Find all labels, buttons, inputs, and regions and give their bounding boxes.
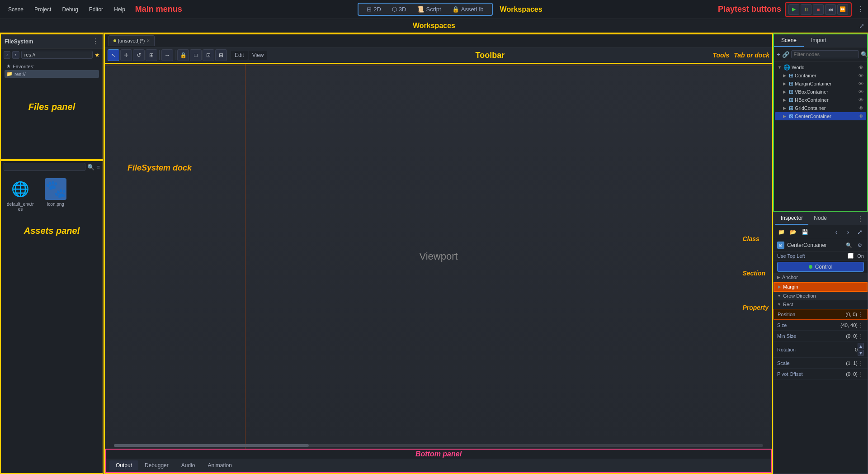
tab-2d[interactable]: ⊞ 2D (362, 5, 386, 14)
hbox-eye-icon[interactable]: 👁 (859, 97, 863, 103)
scene-tab-close[interactable]: × (146, 38, 150, 44)
tool-snap2[interactable]: ⊟ (215, 49, 227, 61)
section-grow-direction[interactable]: ▼ Grow Direction (774, 292, 868, 300)
grid-eye-icon[interactable]: 👁 (859, 105, 863, 111)
insp-open-file[interactable]: 📁 (776, 227, 786, 237)
use-top-left-checkbox[interactable] (848, 253, 854, 259)
pause-button[interactable]: ⏸ (801, 4, 811, 15)
nav-forward-button[interactable]: › (12, 51, 19, 59)
tab-inspector[interactable]: Inspector (775, 212, 808, 225)
min-size-value[interactable]: (0, 0) (817, 333, 858, 339)
tree-node-margincontainer[interactable]: ▶ ⊞ MarginContainer 👁 (775, 80, 866, 88)
edit-menu-button[interactable]: Edit (231, 51, 248, 60)
favorite-button[interactable]: ★ (94, 52, 100, 58)
tree-node-world[interactable]: ▼ 🌐 World 👁 (775, 63, 866, 71)
viewport-scrollbar[interactable] (114, 444, 763, 447)
rotation-value[interactable]: 0 (817, 347, 858, 352)
menu-project[interactable]: Project (30, 5, 56, 14)
tab-script[interactable]: 📜 Script (412, 5, 445, 14)
insp-nav-up[interactable]: ⤢ (855, 227, 865, 237)
tool-scale[interactable]: ⊞ (146, 49, 157, 61)
view-menu-button[interactable]: View (249, 51, 268, 60)
tab-output[interactable]: Output (109, 460, 138, 470)
tab-import[interactable]: Import (804, 34, 834, 47)
section-anchor[interactable]: ▶ Anchor (774, 273, 868, 282)
rotation-up-button[interactable]: ▲ (858, 343, 864, 349)
tool-group[interactable]: □ (190, 49, 202, 61)
position-menu[interactable]: ⋮ (857, 311, 863, 318)
min-size-label: Min Size (777, 333, 817, 339)
container-eye-icon[interactable]: 👁 (859, 73, 863, 78)
scale-value[interactable]: (1, 1) (817, 360, 858, 366)
position-value[interactable]: (0, 0) (817, 312, 857, 317)
tree-node-hboxcontainer[interactable]: ▶ ⊞ HBoxContainer 👁 (775, 96, 866, 104)
tab-node[interactable]: Node (808, 212, 832, 225)
tab-audio[interactable]: Audio (175, 460, 202, 470)
menu-editor[interactable]: Editor (85, 5, 108, 14)
inspector-menu-dots[interactable]: ⋮ (855, 213, 866, 225)
add-node-button[interactable]: + (777, 49, 780, 59)
pivot-offset-value[interactable]: (0, 0) (817, 371, 858, 377)
stop-button[interactable]: ■ (813, 4, 824, 15)
menu-debug[interactable]: Debug (57, 5, 82, 14)
list-view-button[interactable]: ≡ (96, 164, 100, 171)
path-input[interactable] (21, 51, 93, 59)
tab-debugger[interactable]: Debugger (138, 460, 175, 470)
insp-settings-button[interactable]: ⚙ (856, 241, 864, 249)
tool-select[interactable]: ↖ (108, 49, 119, 61)
min-size-menu[interactable]: ⋮ (858, 332, 864, 340)
prop-row-scale: Scale (1, 1) ⋮ (774, 358, 868, 369)
size-value[interactable]: (40, 40) (817, 322, 858, 328)
tree-node-gridcontainer[interactable]: ▶ ⊞ GridContainer 👁 (775, 104, 866, 112)
workspaces-label: Workspaces (413, 22, 455, 30)
insp-search-button[interactable]: 🔍 (845, 241, 853, 249)
tab-assetlib[interactable]: 🔒 AssetLib (448, 5, 488, 14)
tool-pan[interactable]: ↔ (161, 49, 173, 61)
expand-icon[interactable]: ⤢ (859, 22, 864, 29)
tool-rotate[interactable]: ↺ (133, 49, 145, 61)
filter-nodes-input[interactable] (791, 50, 859, 58)
tree-node-centercontainer[interactable]: ▶ ⊠ CenterContainer 👁 (775, 112, 866, 120)
tree-node-vboxcontainer[interactable]: ▶ ⊞ VBoxContainer 👁 (775, 88, 866, 96)
tool-lock[interactable]: 🔒 (177, 49, 189, 61)
tab-scene[interactable]: Scene (774, 34, 804, 47)
tab-3d[interactable]: ⬡ 3D (387, 5, 411, 14)
class-control-button[interactable]: Control (777, 262, 864, 272)
insp-nav-prev[interactable]: ‹ (831, 227, 841, 237)
res-item[interactable]: 📁 res:// (5, 70, 99, 78)
nav-back-button[interactable]: ‹ (4, 51, 10, 59)
files-panel-menu[interactable]: ⋮ (92, 37, 99, 46)
menu-help[interactable]: Help (109, 5, 130, 14)
viewport-scrollbar-thumb[interactable] (114, 444, 309, 447)
favorites-item[interactable]: ★ Favorites: (5, 62, 99, 70)
tab-animation[interactable]: Animation (201, 460, 238, 470)
world-eye-icon[interactable]: 👁 (859, 65, 863, 70)
size-menu[interactable]: ⋮ (858, 322, 864, 329)
center-eye-icon[interactable]: 👁 (859, 114, 863, 119)
search-button[interactable]: 🔍 (87, 164, 94, 171)
play-scene-button[interactable]: ⏭ (825, 4, 836, 15)
asset-item-default-env[interactable]: 🌐 default_env.tres (5, 176, 36, 213)
pivot-offset-menu[interactable]: ⋮ (858, 370, 864, 378)
insp-nav-next[interactable]: › (843, 227, 853, 237)
assets-search-input[interactable] (4, 163, 85, 171)
play-button[interactable]: ▶ (788, 4, 799, 15)
tool-move[interactable]: ✛ (120, 49, 132, 61)
section-margin[interactable]: ▶ Margin (774, 282, 868, 292)
margin-eye-icon[interactable]: 👁 (859, 81, 863, 86)
rotation-down-button[interactable]: ▼ (858, 350, 864, 356)
tree-node-container[interactable]: ▶ ⊞ Container 👁 (775, 71, 866, 80)
play-custom-button[interactable]: ⏩ (837, 4, 848, 15)
insp-open-dir[interactable]: 📂 (788, 227, 798, 237)
vbox-eye-icon[interactable]: 👁 (859, 89, 863, 95)
asset-item-icon[interactable]: 🐾 icon.png (40, 176, 71, 213)
tool-snap1[interactable]: ⊡ (203, 49, 214, 61)
menu-scene[interactable]: Scene (4, 5, 28, 14)
link-button[interactable]: 🔗 (782, 49, 789, 59)
insp-save[interactable]: 💾 (800, 227, 810, 237)
rect-header[interactable]: ▼ Rect (774, 300, 868, 309)
scale-menu[interactable]: ⋮ (858, 360, 864, 367)
scene-tab-unsaved[interactable]: [unsaved](*) × (108, 35, 155, 46)
filter-search-button[interactable]: 🔍 (861, 49, 868, 59)
playtest-overflow[interactable]: ⋮ (857, 5, 864, 14)
